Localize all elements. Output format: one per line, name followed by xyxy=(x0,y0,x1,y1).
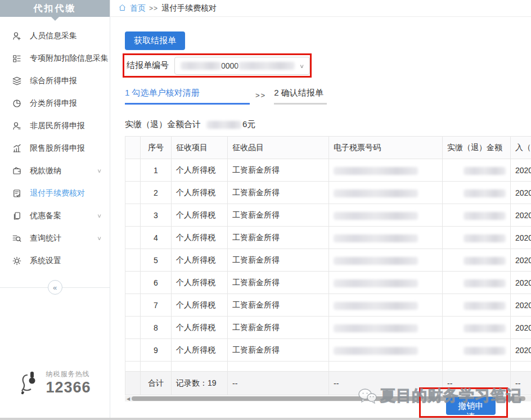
col-date: 入（退 xyxy=(511,137,531,159)
sidebar-item-tax-payment[interactable]: 税款缴纳 ∨ xyxy=(0,160,110,182)
row-date: 2020- xyxy=(511,204,531,227)
table-row[interactable]: 2 个人所得税 工资薪金所得 2020- xyxy=(125,182,531,204)
row-check-cell[interactable] xyxy=(125,182,141,204)
tab-step2-confirm-statement[interactable]: 2 确认结报单 xyxy=(274,88,327,110)
row-no: 8 xyxy=(141,317,172,339)
row-date: 2020- xyxy=(511,159,531,182)
row-no: 6 xyxy=(141,272,172,294)
row-category: 工资薪金所得 xyxy=(228,317,329,339)
redacted-value xyxy=(464,167,506,175)
tab-step1-check-list[interactable]: 1 勾选单户核对清册 xyxy=(125,88,250,110)
empty-cell xyxy=(511,362,531,372)
row-item: 个人所得税 xyxy=(172,249,228,272)
row-check-cell[interactable] xyxy=(125,294,141,317)
main-area: 首页 >> 退付手续费核对 获取结报单 结报单编号 0000 ∨ xyxy=(110,0,531,418)
sidebar-title: 代扣代缴 xyxy=(0,0,110,17)
col-amount: 实缴（退）金额 xyxy=(443,137,511,159)
statement-no-select[interactable]: 0000 ∨ xyxy=(174,57,310,75)
sidebar-collapse-button[interactable]: « xyxy=(48,280,62,295)
sidebar-item-special-deduction[interactable]: 专项附加扣除信息采集 xyxy=(0,47,110,70)
table-row[interactable]: 7 个人所得税 工资薪金所得 2020- xyxy=(125,294,531,317)
sidebar-item-label: 非居民所得申报 xyxy=(30,121,102,131)
row-category: 工资薪金所得 xyxy=(228,272,329,294)
row-item: 个人所得税 xyxy=(172,317,228,339)
row-tax-no xyxy=(329,182,443,204)
sidebar-item-label: 限售股所得申报 xyxy=(30,143,102,153)
table-row[interactable]: 3 个人所得税 工资薪金所得 2020- xyxy=(125,204,531,227)
row-check-cell[interactable] xyxy=(125,317,141,339)
table-row[interactable]: 1 个人所得税 工资薪金所得 2020- xyxy=(125,159,531,182)
cancel-application-button[interactable]: 撤销申请 xyxy=(446,397,496,415)
row-item: 个人所得税 xyxy=(172,339,228,362)
home-icon[interactable] xyxy=(118,3,127,13)
sidebar-collapse-row: « xyxy=(0,280,110,295)
col-checkbox xyxy=(125,137,141,159)
fetch-statement-button[interactable]: 获取结报单 xyxy=(125,31,185,50)
copy-icon xyxy=(11,210,22,222)
row-amount xyxy=(443,272,511,294)
row-amount xyxy=(443,294,511,317)
person-add-icon xyxy=(11,30,22,42)
sidebar-item-preferential-filing[interactable]: 优惠备案 ∨ xyxy=(0,205,110,227)
row-check-cell[interactable] xyxy=(125,204,141,227)
table-row[interactable]: 5 个人所得税 工资薪金所得 2020- xyxy=(125,249,531,272)
redacted-value xyxy=(334,324,418,332)
bar-chart-icon xyxy=(11,143,22,154)
total-dash: -- xyxy=(443,372,511,395)
table-row[interactable]: 8 个人所得税 工资薪金所得 2020- xyxy=(125,317,531,339)
row-item: 个人所得税 xyxy=(172,159,228,182)
amount-summary-label: 实缴（退）金额合计 xyxy=(125,119,201,130)
sidebar-item-classified-income[interactable]: 分类所得申报 xyxy=(0,92,110,115)
total-dash: -- xyxy=(228,372,329,395)
table-row[interactable]: 4 个人所得税 工资薪金所得 2020- xyxy=(125,227,531,249)
table-row[interactable]: 9 个人所得税 工资薪金所得 2020- xyxy=(125,339,531,362)
empty-cell xyxy=(172,362,228,372)
sidebar-item-query-statistics[interactable]: 查询统计 ∨ xyxy=(0,227,110,250)
row-amount xyxy=(443,227,511,249)
empty-cell xyxy=(141,362,172,372)
scroll-left-arrow-icon[interactable]: ◀ xyxy=(125,396,132,401)
sidebar-item-system-settings[interactable]: 系统设置 xyxy=(0,250,110,272)
chevron-down-icon[interactable]: ∨ xyxy=(299,63,304,69)
total-record-count: 记录数：19 xyxy=(172,372,228,395)
sidebar-item-label: 优惠备案 xyxy=(30,211,97,221)
screenshot-edge-strip xyxy=(0,418,531,420)
sidebar-item-comprehensive-income[interactable]: 综合所得申报 xyxy=(0,70,110,92)
sidebar-item-nonresident-income[interactable]: 非居民所得申报 xyxy=(0,115,110,137)
breadcrumb-home-link[interactable]: 首页 xyxy=(130,3,146,13)
row-tax-no xyxy=(329,339,443,362)
row-check-cell[interactable] xyxy=(125,227,141,249)
redacted-value xyxy=(334,234,418,242)
chevron-down-icon[interactable]: ∨ xyxy=(97,168,102,174)
row-check-cell[interactable] xyxy=(125,339,141,362)
table-total-row: 合计 记录数：19 -- -- -- -- xyxy=(125,372,531,395)
total-dash: -- xyxy=(329,372,443,395)
chevron-down-icon[interactable]: ∨ xyxy=(97,235,102,241)
row-item: 个人所得税 xyxy=(172,227,228,249)
row-category: 工资薪金所得 xyxy=(228,204,329,227)
breadcrumb-separator: >> xyxy=(149,4,158,12)
row-amount xyxy=(443,182,511,204)
table-row[interactable]: 6 个人所得税 工资薪金所得 2020- xyxy=(125,272,531,294)
row-check-cell[interactable] xyxy=(125,249,141,272)
row-category: 工资薪金所得 xyxy=(228,339,329,362)
col-no: 序号 xyxy=(141,137,172,159)
row-item: 个人所得税 xyxy=(172,294,228,317)
row-category: 工资薪金所得 xyxy=(228,182,329,204)
app-window: 代扣代缴 人员信息采集 专项附加扣除信息采集 综合所得申报 分类所得申报 xyxy=(0,0,531,418)
step-tabs: 1 勾选单户核对清册 >> 2 确认结报单 xyxy=(125,88,531,110)
row-check-cell[interactable] xyxy=(125,159,141,182)
sidebar-item-restricted-shares[interactable]: 限售股所得申报 xyxy=(0,137,110,160)
row-no: 1 xyxy=(141,159,172,182)
statement-no-digits: 0000 xyxy=(221,61,238,70)
sidebar-item-label: 退付手续费核对 xyxy=(30,188,102,198)
chevron-down-icon[interactable]: ∨ xyxy=(97,213,102,219)
redacted-value xyxy=(464,212,506,220)
row-check-cell[interactable] xyxy=(125,272,141,294)
row-tax-no xyxy=(329,272,443,294)
sidebar-item-refund-fee-check[interactable]: 退付手续费核对 xyxy=(0,182,110,205)
statement-no-label: 结报单编号 xyxy=(127,60,169,71)
person-icon xyxy=(11,120,22,132)
redacted-value xyxy=(334,167,418,175)
sidebar-item-personnel-info[interactable]: 人员信息采集 xyxy=(0,25,110,47)
